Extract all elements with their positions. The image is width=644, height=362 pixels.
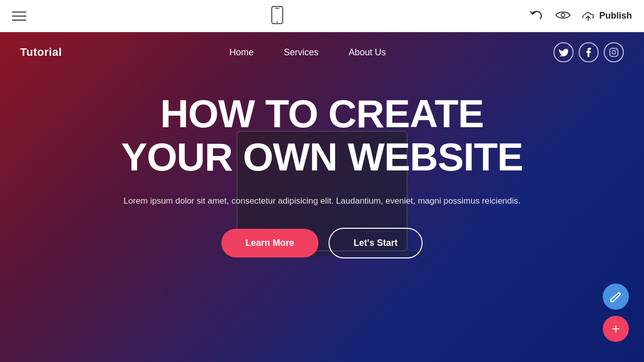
- hero-title: HOW TO CREATE YOUR OWN WEBSITE: [50, 93, 594, 179]
- facebook-button[interactable]: [579, 42, 599, 62]
- site-social-links: [553, 42, 624, 62]
- site-navbar: Tutorial Home Services About Us: [0, 32, 644, 72]
- instagram-button[interactable]: [604, 42, 624, 62]
- hero-content: HOW TO CREATE YOUR OWN WEBSITE Lorem ips…: [0, 72, 644, 258]
- hamburger-icon[interactable]: [12, 12, 26, 21]
- nav-link-about[interactable]: About Us: [349, 47, 386, 58]
- toolbar-left: [12, 12, 26, 21]
- hero-buttons: Learn More Let's Start: [50, 228, 594, 258]
- svg-point-3: [561, 13, 565, 17]
- fab-edit-button[interactable]: [603, 284, 629, 310]
- nav-link-home[interactable]: Home: [229, 47, 254, 58]
- svg-rect-5: [610, 48, 618, 56]
- hero-title-line2: YOUR OWN WEBSITE: [121, 135, 523, 179]
- hero-subtitle: Lorem ipsum dolor sit amet, consectetur …: [96, 194, 548, 208]
- toolbar-center: [270, 6, 284, 26]
- website-preview: Tutorial Home Services About Us: [0, 32, 644, 362]
- svg-point-7: [616, 49, 617, 50]
- toolbar: Publish: [0, 0, 644, 32]
- publish-label: Publish: [599, 11, 632, 21]
- hero-title-line1: HOW TO CREATE: [160, 92, 484, 136]
- site-logo: Tutorial: [20, 46, 62, 59]
- eye-icon[interactable]: [555, 9, 571, 23]
- learn-more-button[interactable]: Learn More: [221, 229, 318, 257]
- toolbar-right: Publish: [529, 8, 632, 24]
- fab-add-icon: +: [612, 321, 620, 337]
- svg-point-6: [612, 50, 615, 54]
- lets-start-button[interactable]: Let's Start: [329, 228, 423, 258]
- svg-rect-0: [272, 6, 283, 23]
- svg-point-1: [277, 21, 278, 23]
- nav-link-services[interactable]: Services: [284, 47, 318, 58]
- publish-button[interactable]: Publish: [581, 10, 632, 22]
- twitter-button[interactable]: [553, 42, 574, 62]
- fab-add-button[interactable]: +: [603, 316, 629, 342]
- phone-icon[interactable]: [270, 6, 284, 26]
- fab-container: +: [603, 284, 629, 342]
- undo-icon[interactable]: [529, 8, 545, 24]
- site-nav-links: Home Services About Us: [229, 47, 386, 58]
